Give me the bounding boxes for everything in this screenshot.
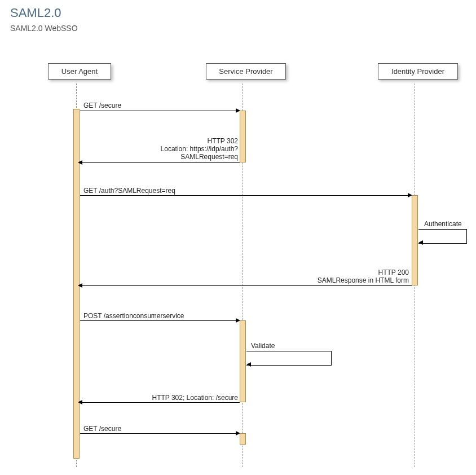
msg-2-arrow <box>80 162 240 163</box>
activation-sp-1 <box>240 111 246 162</box>
msg-6-label: POST /assertionconsumerservice <box>83 312 184 320</box>
msg-3-arrow <box>80 195 410 196</box>
msg-2-arrowhead <box>78 160 82 165</box>
participant-user-agent: User Agent <box>48 63 111 80</box>
msg-9-arrowhead <box>236 431 240 436</box>
msg-6-arrow <box>80 320 238 321</box>
msg-5-label: HTTP 200 SAMLResponse in HTML form <box>313 269 409 284</box>
participant-identity-provider: Identity Provider <box>378 63 458 80</box>
msg-3-label: GET /auth?SAMLRequest=req <box>83 187 175 195</box>
msg-7-label: Validate <box>251 342 275 350</box>
msg-7-selfbox <box>246 351 332 366</box>
msg-9-arrow <box>80 433 238 434</box>
activation-sp-3 <box>240 433 246 445</box>
msg-7-arrowhead <box>246 362 251 367</box>
msg-1-arrow <box>80 111 238 111</box>
msg-4-arrowhead <box>418 240 423 245</box>
msg-8-label: HTTP 302; Location: /secure <box>141 394 238 402</box>
msg-9-label: GET /secure <box>83 425 121 433</box>
msg-3-arrowhead <box>408 193 412 197</box>
msg-6-arrowhead <box>236 318 240 323</box>
msg-8-arrowhead <box>78 400 82 404</box>
msg-4-label: Authenticate <box>424 220 462 228</box>
msg-2-label: HTTP 302 Location: https://idp/auth? SAM… <box>136 137 238 161</box>
page-title: SAML2.0 <box>10 6 61 20</box>
msg-8-arrow <box>80 402 240 403</box>
msg-5-arrowhead <box>78 283 82 288</box>
msg-4-selfbox <box>418 229 467 244</box>
msg-1-arrowhead <box>236 108 240 113</box>
participant-service-provider: Service Provider <box>206 63 286 80</box>
activation-idp <box>412 195 418 285</box>
msg-1-label: GET /secure <box>83 102 121 109</box>
sequence-diagram: User Agent Service Provider Identity Pro… <box>0 50 476 467</box>
activation-sp-2 <box>240 320 246 402</box>
page-subtitle: SAML2.0 WebSSO <box>10 24 78 33</box>
msg-5-arrow <box>80 285 412 286</box>
